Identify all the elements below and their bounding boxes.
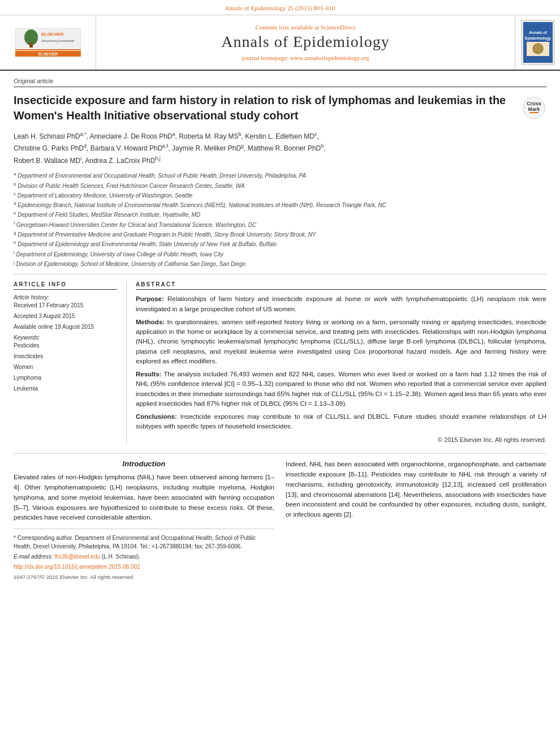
accepted-date: Accepted 3 August 2015 [14,313,117,319]
svg-text:Annals of: Annals of [529,31,548,35]
email-link[interactable]: lhs36@drexel.edu [54,553,100,560]
keyword-leukemia: Leukemia [14,385,117,392]
journal-title: Annals of Epidemiology [221,33,389,51]
elsevier-logo-icon: ELSEVIER Advancing knowledge ELSEVIER [14,27,82,58]
affiliation-g: g Department of Preventative Medicine an… [14,230,546,239]
body-col-left: Introduction Elevated rates of non-Hodgk… [14,460,274,583]
svg-point-1 [24,29,38,45]
abstract-results: Results: The analysis included 76,493 wo… [136,370,546,409]
svg-text:ELSEVIER: ELSEVIER [41,32,64,37]
affiliation-h: h Department of Epidemiology and Environ… [14,239,546,248]
abstract-copyright: © 2015 Elsevier Inc. All rights reserved… [136,435,546,445]
header-section: ELSEVIER Advancing knowledge ELSEVIER Co… [0,15,560,71]
journal-thumbnail: Annals of Epidemiology [521,20,555,65]
article-info-abstract: Article Info Article history: Received 1… [14,274,546,444]
header-center: Contents lists available at ScienceDirec… [96,15,515,70]
svg-text:Advancing knowledge: Advancing knowledge [41,39,75,42]
journal-thumb-image: Annals of Epidemiology [523,22,553,63]
svg-rect-2 [29,43,33,48]
header-logo-area: ELSEVIER Advancing knowledge ELSEVIER [0,15,96,70]
article-content: Original article Insecticide exposure an… [0,71,560,595]
affiliation-c: c Department of Laboratory Medicine, Uni… [14,191,546,200]
intro-paragraph-2: Indeed, NHL has been associated with org… [286,460,546,520]
affiliation-i: i Department of Epidemiology, University… [14,250,546,259]
article-info-heading: Article Info [14,281,117,290]
abstract-conclusions: Conclusions: Insecticide exposures may c… [136,412,546,432]
sciencedirect-line: Contents lists available at ScienceDirec… [255,24,355,31]
body-content: Introduction Elevated rates of non-Hodgk… [14,460,546,583]
affiliation-f: f Georgetown-Howard Universities Center … [14,220,546,229]
keyword-women: Women [14,364,117,370]
keyword-pesticides: Pesticides [14,342,117,349]
affiliation-d: d Epidemiology Branch, National Institut… [14,200,546,209]
svg-point-12 [532,43,544,54]
svg-text:ELSEVIER: ELSEVIER [38,52,58,56]
article-title: Insecticide exposure and farm history in… [14,93,521,123]
abstract-heading: Abstract [136,281,546,290]
journal-citation-link[interactable]: Annals of Epidemiology 25 (2015) 803–810 [225,5,335,11]
svg-text:Cross: Cross [527,101,541,106]
page-wrapper: Annals of Epidemiology 25 (2015) 803–810… [0,0,560,595]
received-date: Received 17 February 2015 [14,302,117,308]
abstract-column: Abstract Purpose: Relationships of farm … [127,281,546,444]
article-info-column: Article Info Article history: Received 1… [14,281,127,444]
introduction-heading: Introduction [14,460,274,468]
footnotes: * Corresponding author. Department of En… [14,529,274,581]
affiliations: a Department of Environmental and Occupa… [14,171,546,268]
crossmark-badge[interactable]: Cross Mark [521,95,546,121]
email-footnote: E-mail address: lhs36@drexel.edu (L.H. S… [14,552,274,561]
svg-text:Epidemiology: Epidemiology [525,36,551,41]
abstract-purpose: Purpose: Relationships of farm history a… [136,294,546,314]
issn-copyright: 1047-2797/© 2015 Elsevier Inc. All right… [14,573,274,581]
doi-link[interactable]: http://dx.doi.org/10.1016/j.annepidem.20… [14,563,274,571]
article-title-section: Insecticide exposure and farm history in… [14,93,546,123]
authors-line: Leah H. Schinasi PhDa,*, Anneclaire J. D… [14,130,546,166]
abstract-text: Purpose: Relationships of farm history a… [136,294,546,444]
corresponding-footnote: * Corresponding author. Department of En… [14,534,274,551]
homepage-url[interactable]: www.annalsofepidemiology.org [290,54,369,61]
contents-text: Contents lists available at [255,24,319,31]
available-date: Available online 19 August 2015 [14,324,117,330]
journal-top-bar: Annals of Epidemiology 25 (2015) 803–810 [0,0,560,15]
affiliation-b: b Division of Public Health Sciences, Fr… [14,181,546,190]
keywords-label: Keywords: [14,334,117,341]
abstract-methods: Methods: In questionnaires, women self-r… [136,317,546,366]
header-right: Annals of Epidemiology [515,15,560,70]
svg-text:Mark: Mark [528,106,540,112]
sciencedirect-link[interactable]: ScienceDirect [321,24,356,31]
keyword-lymphoma: Lymphoma [14,375,117,381]
affiliation-j: j Division of Epidemiology, School of Me… [14,259,546,268]
affiliation-a: a Department of Environmental and Occupa… [14,171,546,180]
intro-paragraph-1: Elevated rates of non-Hodgkin lymphoma (… [14,473,274,523]
article-category: Original article [14,78,546,87]
keyword-insecticides: Insecticides [14,353,117,359]
section-divider [14,453,546,454]
body-col-right: Indeed, NHL has been associated with org… [286,460,546,583]
affiliation-e: e Department of Field Studies, MedStar R… [14,210,546,219]
journal-homepage: journal homepage: www.annalsofepidemiolo… [242,54,369,61]
history-label: Article history: [14,294,117,300]
